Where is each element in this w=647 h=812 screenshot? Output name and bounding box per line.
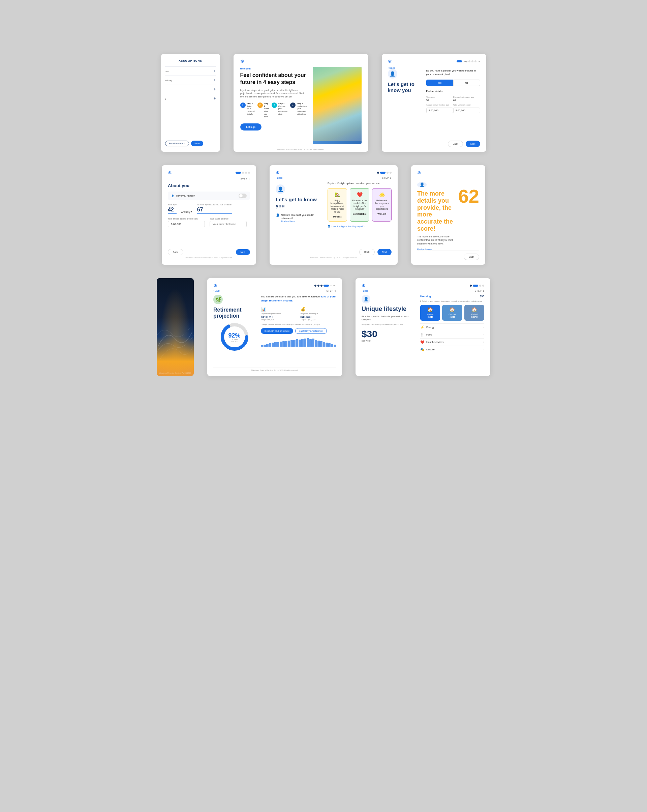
- about-next-button[interactable]: Next: [236, 249, 250, 255]
- lifestyle-option-modest[interactable]: 🏡 Enjoy tranquility and focus on what ma…: [327, 188, 347, 221]
- step-2: 2 Step 2Enter what you earn: [257, 102, 269, 118]
- not-sure-text: Not sure how much you need in retirement…: [281, 214, 323, 220]
- step-label-3: Step 3Choose your retirement style: [279, 102, 288, 116]
- step-label-1: Step 1Enter your personal details: [247, 102, 255, 116]
- about-dot-1: [236, 172, 241, 174]
- assump-plus-4[interactable]: +: [213, 96, 216, 101]
- retire-age-field: At what age would you like to retire? 67: [197, 203, 232, 214]
- assump-plus-2[interactable]: +: [213, 78, 216, 82]
- health-services-category[interactable]: ❤️ Health services ›: [420, 338, 484, 346]
- reset-default-button[interactable]: Reset to default: [165, 140, 189, 147]
- ls-dot-3: [387, 172, 388, 174]
- step-circle-3: 3: [272, 102, 277, 108]
- unique-right-panel: Housing $30 ℹ Building and content Insur…: [420, 295, 484, 371]
- welloff-price: $120: [466, 315, 483, 319]
- assump-plus-1[interactable]: +: [213, 69, 216, 73]
- more-details-title: The more details you provide, the more a…: [417, 190, 455, 232]
- more-details-find-out-link[interactable]: Find out more: [417, 248, 455, 250]
- step-4: 4 Step 4Understand your retirement objec…: [290, 102, 308, 118]
- total-super-input[interactable]: [453, 108, 480, 113]
- find-out-link[interactable]: Find out here: [281, 220, 323, 223]
- figure-out-link[interactable]: 👤 I want to figure it out by myself ›: [327, 225, 391, 227]
- lifestyle-option-comfortable[interactable]: ❤️ Experience the comfort of the lifesty…: [350, 188, 369, 221]
- assump-label-2: anking: [165, 79, 172, 82]
- field-planned-retirement: Planned retirement age 67: [453, 96, 480, 102]
- kny-next-button[interactable]: Next: [466, 140, 480, 147]
- your-age-field: Your age 42: [168, 203, 177, 214]
- lifestyle-back-link[interactable]: ‹ Back: [276, 177, 282, 179]
- salary-label: Your annual salary (before tax): [168, 218, 205, 220]
- energy-category[interactable]: ⚡ Energy ›: [420, 324, 484, 331]
- food-category[interactable]: 🍴 Food ›: [420, 331, 484, 338]
- income-icon: 💰: [301, 307, 336, 311]
- lifestyle-card: ❄ ‹ Back STEP 1: [269, 165, 397, 265]
- retirement-confident-text: You can be confident that you are able t…: [261, 295, 336, 303]
- retirement-back-link[interactable]: ‹ Back: [213, 290, 220, 292]
- person-icon: 👤: [327, 225, 330, 227]
- chart-bar: [304, 339, 306, 346]
- save-button[interactable]: Save: [191, 140, 203, 147]
- info-icon: ℹ: [420, 300, 421, 302]
- toggle-yes-btn[interactable]: Yes: [426, 79, 453, 86]
- light-trails-graphic: [157, 278, 194, 376]
- score-display: 62: [458, 187, 479, 206]
- kny-right-panel: Do you have a partner you wish to includ…: [426, 69, 480, 137]
- unique-price: $30: [362, 329, 416, 340]
- unique-back-link[interactable]: ‹ Back: [362, 290, 368, 292]
- chart-bar: [282, 341, 285, 346]
- welcome-text-area: Welcome! Feel confident about your futur…: [240, 64, 308, 147]
- lifestyle-option-welloff[interactable]: 🌟 Retirement that surpasses your expecta…: [372, 188, 391, 221]
- chart-bar: [291, 340, 293, 346]
- back-arrow-icon: ‹: [388, 67, 388, 69]
- chart-bar: [309, 339, 312, 346]
- about-dot-4: [248, 172, 250, 174]
- leisure-category[interactable]: 🎭 Leisure ›: [420, 346, 484, 353]
- their-age-label: Their age: [426, 96, 453, 98]
- more-details-desc: The higher the score, the more confident…: [417, 235, 455, 246]
- retired-toggle-switch[interactable]: [239, 194, 247, 198]
- salary-input-field[interactable]: [168, 221, 205, 227]
- chart-bar: [317, 340, 320, 346]
- kny-left-panel: 👤 Let's get to know you: [388, 69, 421, 137]
- lifestyle-next-button[interactable]: Next: [378, 249, 391, 255]
- about-back-button[interactable]: Back: [168, 249, 183, 255]
- dark-image-content: Milestones Financial Services Pty Ltd 20…: [157, 278, 194, 376]
- lets-go-button[interactable]: Let's go: [240, 124, 262, 130]
- income-stat-value: $35,630: [301, 315, 336, 319]
- chart-bar: [263, 345, 266, 346]
- lifestyle-back-button[interactable]: Back: [359, 249, 375, 255]
- assump-plus-3[interactable]: +: [213, 87, 216, 92]
- capital-tab[interactable]: Capital in your retirement: [295, 328, 327, 334]
- chart-bar: [301, 339, 304, 346]
- partner-row-2: Annual salary (before tax) Total value o…: [426, 104, 480, 113]
- back-link[interactable]: ‹ Back: [388, 67, 480, 69]
- more-details-back-button[interactable]: Back: [464, 253, 479, 260]
- chart-bar: [320, 341, 323, 346]
- chart-bar: [333, 345, 336, 346]
- housing-option-comfort[interactable]: 🏠 Comfort $80: [442, 305, 462, 321]
- super-label: Your super balance: [210, 218, 247, 220]
- comfortable-text: Experience the comfort of the lifestyle …: [352, 199, 367, 211]
- frequency-select[interactable]: Annually ▾: [181, 211, 192, 213]
- lifestyle-options: 🏡 Enjoy tranquility and focus on what ma…: [327, 188, 391, 221]
- step-circle-4: 4: [290, 102, 295, 108]
- retirement-note: * Target balance required to achieve you…: [261, 324, 336, 325]
- chart-bar: [296, 339, 298, 346]
- housing-option-welloff[interactable]: 🏠 Well-off $120: [464, 305, 484, 321]
- housing-option-modest[interactable]: 🏠 Modest $30: [420, 305, 440, 321]
- toggle-no-btn[interactable]: No: [453, 79, 480, 86]
- about-dot-2: [242, 172, 244, 174]
- health-chevron-icon: ›: [483, 340, 484, 343]
- annual-salary-input[interactable]: [426, 108, 453, 113]
- super-balance-input[interactable]: [210, 221, 247, 227]
- retirement-step-label: STEP 4: [327, 290, 336, 292]
- retirement-progress-dots: DONE: [314, 285, 336, 287]
- kny-back-button[interactable]: Back: [448, 140, 463, 147]
- dot-3: [472, 60, 473, 63]
- chart-bar: [277, 342, 279, 346]
- super-balance-target: Target 186,600: [261, 319, 297, 321]
- income-tab[interactable]: Income in your retirement: [261, 328, 293, 334]
- step-1: 1 Step 1Enter your personal details: [240, 102, 255, 118]
- dark-image-footer: Milestones Financial Services Pty Ltd 20…: [157, 372, 194, 374]
- chart-bar: [274, 342, 277, 346]
